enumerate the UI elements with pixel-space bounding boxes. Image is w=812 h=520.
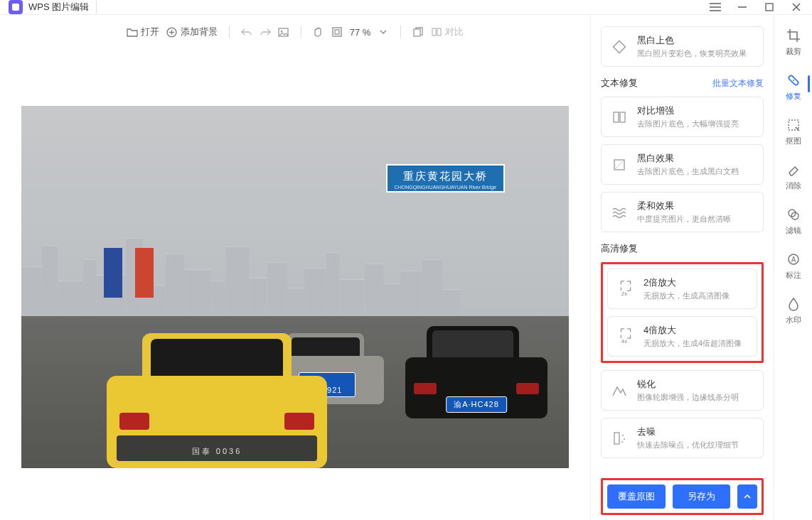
pan-hand-icon[interactable] <box>313 26 324 38</box>
edited-photo: 重庆黄花园大桥 CHONGQINGHUANGHUAYUAN River Brid… <box>21 106 569 468</box>
svg-point-26 <box>793 80 794 81</box>
eraser-icon <box>786 162 801 178</box>
svg-point-11 <box>281 30 283 32</box>
svg-rect-17 <box>614 40 626 53</box>
folder-open-icon <box>127 26 138 38</box>
annotate-icon: A <box>786 251 801 267</box>
expand-4x-icon: 4x <box>616 327 635 346</box>
section-title: 高清修复 <box>601 242 638 255</box>
compare-button[interactable]: 对比 <box>431 26 464 38</box>
road-sign: 重庆黄花园大桥 CHONGQINGHUANGHUAYUAN River Brid… <box>386 164 505 193</box>
upscale-4x-card[interactable]: 4x 4倍放大 无损放大，生成4倍超清图像 <box>607 316 757 357</box>
compare-label: 对比 <box>445 26 464 38</box>
svg-point-22 <box>622 435 624 436</box>
bw-effect-card[interactable]: 黑白效果 去除图片底色，生成黑白文档 <box>601 144 764 185</box>
plus-circle-icon <box>166 26 178 38</box>
svg-rect-15 <box>432 28 436 36</box>
svg-text:A: A <box>791 256 796 264</box>
canvas-area: 打开 添加背景 <box>0 15 590 520</box>
sidebar-erase[interactable]: 消除 <box>786 162 801 191</box>
save-actions-highlight: 覆盖原图 另存为 <box>601 478 764 515</box>
minimize-button[interactable] <box>735 0 749 14</box>
divider <box>229 26 230 38</box>
svg-rect-12 <box>333 28 341 36</box>
effects-panel: 黑白上色 黑白照片变彩色，恢复明亮效果 文本修复 批量文本修复 对比增强 去除图… <box>590 15 774 520</box>
maximize-button[interactable] <box>762 0 776 14</box>
denoise-card[interactable]: 去噪 快速去除噪点，优化纹理细节 <box>601 418 764 458</box>
section-title: 文本修复 <box>601 77 638 90</box>
batch-text-repair-link[interactable]: 批量文本修复 <box>712 77 764 90</box>
close-button[interactable] <box>789 0 803 14</box>
open-button[interactable]: 打开 <box>127 26 159 38</box>
save-as-dropdown[interactable] <box>737 484 757 509</box>
zoom-value[interactable]: 77 % <box>350 27 371 38</box>
upscale-highlight-box: 2x 2倍放大 无损放大，生成高清图像 4x 4倍放大 <box>601 262 764 363</box>
app-title: WPS 图片编辑 <box>28 1 89 13</box>
overwrite-button[interactable]: 覆盖原图 <box>607 484 666 509</box>
peak-icon <box>610 381 629 400</box>
add-bg-label: 添加背景 <box>181 26 218 38</box>
svg-rect-18 <box>614 112 619 122</box>
waves-icon <box>610 203 629 222</box>
hd-repair-section-head: 高清修复 <box>601 242 764 255</box>
copy-icon[interactable] <box>412 26 424 38</box>
app-logo-icon <box>9 0 23 14</box>
redo-icon[interactable] <box>260 26 271 38</box>
sidebar-cutout[interactable]: 抠图 <box>786 117 801 146</box>
sidebar-annotate[interactable]: A 标注 <box>786 251 801 281</box>
main-toolbar: 打开 添加背景 <box>0 15 590 49</box>
filter-circles-icon <box>786 207 801 222</box>
sidebar-crop[interactable]: 裁剪 <box>786 28 801 57</box>
crop-icon <box>786 28 801 43</box>
save-as-button[interactable]: 另存为 <box>673 484 731 509</box>
card-desc: 黑白照片变彩色，恢复明亮效果 <box>637 48 754 59</box>
bandage-icon <box>786 72 801 88</box>
divider <box>96 1 97 13</box>
bw-colorize-card[interactable]: 黑白上色 黑白照片变彩色，恢复明亮效果 <box>601 26 764 67</box>
droplet-icon <box>786 296 801 312</box>
svg-rect-21 <box>614 433 619 444</box>
tool-sidebar: 裁剪 修复 抠图 消除 <box>774 15 812 520</box>
svg-rect-16 <box>437 28 441 36</box>
card-title: 黑白上色 <box>637 34 754 47</box>
diamond-icon <box>610 38 629 56</box>
compare-icon <box>431 26 442 38</box>
text-repair-section-head: 文本修复 批量文本修复 <box>601 77 764 90</box>
svg-rect-19 <box>620 112 625 122</box>
undo-icon[interactable] <box>241 26 252 38</box>
denoise-icon <box>610 429 629 448</box>
contrast-icon <box>610 108 629 126</box>
scissors-icon <box>786 117 801 133</box>
svg-point-24 <box>621 441 623 443</box>
expand-2x-icon: 2x <box>616 280 635 298</box>
upscale-2x-card[interactable]: 2x 2倍放大 无损放大，生成高清图像 <box>607 269 757 309</box>
soft-effect-card[interactable]: 柔和效果 中度提亮图片，更自然清晰 <box>601 192 764 232</box>
sidebar-filter[interactable]: 滤镜 <box>786 207 801 236</box>
svg-rect-4 <box>766 4 773 11</box>
fit-screen-icon[interactable] <box>331 26 343 38</box>
svg-point-23 <box>624 438 625 440</box>
open-label: 打开 <box>141 26 159 38</box>
bw-square-icon <box>610 156 629 174</box>
add-background-button[interactable]: 添加背景 <box>166 26 218 38</box>
titlebar: WPS 图片编辑 <box>0 0 812 15</box>
divider <box>400 26 401 38</box>
menu-icon[interactable] <box>708 0 722 14</box>
svg-rect-13 <box>335 30 339 34</box>
svg-rect-14 <box>414 29 420 36</box>
divider <box>301 26 301 38</box>
sidebar-watermark[interactable]: 水印 <box>786 296 801 325</box>
image-icon[interactable] <box>278 26 289 38</box>
chevron-down-icon[interactable] <box>378 26 389 38</box>
image-canvas[interactable]: 重庆黄花园大桥 CHONGQINGHUANGHUAYUAN River Brid… <box>0 49 590 520</box>
sidebar-repair[interactable]: 修复 <box>786 72 801 102</box>
sharpen-card[interactable]: 锐化 图像轮廓增强，边缘线条分明 <box>601 370 764 411</box>
contrast-enhance-card[interactable]: 对比增强 去除图片底色，大幅增强提亮 <box>601 97 764 137</box>
